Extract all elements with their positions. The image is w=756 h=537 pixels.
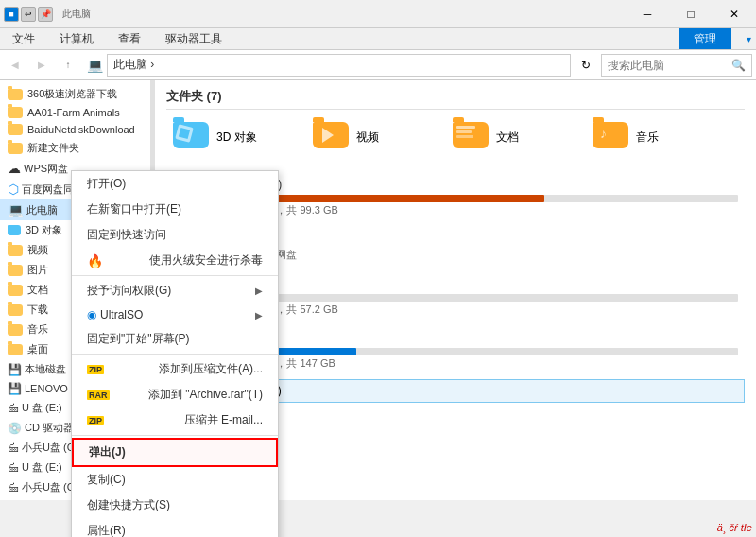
ctx-properties[interactable]: 属性(R)	[72, 518, 278, 537]
folder-music-img: ♪	[593, 122, 630, 152]
drive-g-name: 小兵U盘 (G:)	[215, 330, 738, 346]
ctx-grant-access[interactable]: 授予访问权限(G) ▶	[72, 278, 278, 303]
drive-e-name: U 盘 (E:)	[215, 276, 738, 292]
ctx-eject[interactable]: 弹出(J)	[72, 438, 278, 467]
folder-icon	[8, 344, 23, 355]
sidebar-label: 360极速浏览器下载	[27, 87, 117, 101]
folder-item-music[interactable]: ♪ 音乐	[586, 117, 718, 157]
ctx-create-shortcut[interactable]: 创建快捷方式(S)	[72, 493, 278, 518]
tab-drive-tools[interactable]: 驱动器工具	[153, 28, 234, 49]
sidebar-item-360[interactable]: 360极速浏览器下载	[0, 84, 150, 104]
ctx-pin-quick[interactable]: 固定到快速访问	[72, 222, 278, 248]
ctx-compress-email[interactable]: ZIP 压缩并 E-mail...	[72, 407, 278, 433]
cd-icon: 💿	[8, 422, 22, 435]
folder-icon	[8, 324, 23, 336]
folder-icon	[8, 285, 23, 296]
watermark-text: ä¸ čŕ tIe	[717, 522, 752, 533]
sidebar-label: 本地磁盘	[25, 362, 66, 376]
ctx-ultralso[interactable]: ◉ UltralSO ▶	[72, 303, 278, 326]
drive-g-size: 40.5 GB 可用，共 147 GB	[215, 356, 738, 371]
folder-3d-label: 3D 对象	[216, 130, 257, 146]
search-input[interactable]	[608, 59, 731, 72]
usb-icon: 🖮	[8, 461, 19, 475]
ctx-copy[interactable]: 复制(C)	[72, 467, 278, 493]
breadcrumb-icon: 💻	[87, 58, 103, 73]
ctx-antivirus[interactable]: 🔥 使用火绒安全进行杀毒	[72, 248, 278, 273]
ctx-open-label: 打开(O)	[87, 176, 126, 192]
folders-grid: 3D 对象 视频	[166, 117, 745, 157]
folder-icon	[8, 245, 23, 256]
sidebar-item-baidu-download[interactable]: BaiduNetdiskDownload	[0, 121, 150, 138]
sidebar-label: 桌面	[27, 342, 48, 356]
ribbon-expand-btn[interactable]: ▾	[741, 28, 756, 49]
sidebar-item-new-folder[interactable]: 新建文件夹	[0, 138, 150, 158]
ctx-sep-1	[72, 275, 278, 276]
ctx-pin-quick-label: 固定到快速访问	[87, 227, 166, 243]
folder-video-label: 视频	[356, 130, 379, 146]
sidebar-label: 文档	[27, 283, 48, 297]
titlebar: ■ ↩ 📌 此电脑 ─ □ ✕	[0, 0, 756, 28]
ctx-open[interactable]: 打开(O)	[72, 171, 278, 197]
ctx-compress[interactable]: ZIP 添加到压缩文件(A)...	[72, 356, 278, 382]
back-btn[interactable]: ◀	[4, 54, 26, 77]
up-btn[interactable]: ↑	[57, 54, 79, 77]
sidebar-item-farm[interactable]: AA01-Farm Animals	[0, 104, 150, 121]
drive-c-size: 36.9 GB 可用，共 99.3 GB	[215, 203, 738, 217]
folder-icon	[8, 107, 23, 118]
ctx-sep-2	[72, 354, 278, 355]
zip-email-icon: ZIP	[87, 416, 104, 425]
ribbon: 文件 计算机 查看 驱动器工具 管理 ▾	[0, 28, 756, 50]
folder-icon	[8, 143, 23, 154]
folder-music-label: 音乐	[636, 130, 659, 146]
ctx-compress-label: 添加到压缩文件(A)...	[159, 361, 263, 377]
refresh-btn[interactable]: ↻	[575, 54, 597, 77]
ribbon-tabs: 文件 计算机 查看 驱动器工具 管理 ▾	[0, 28, 756, 49]
ctx-pin-start-label: 固定到"开始"屏幕(P)	[87, 331, 190, 347]
folder-item-3d[interactable]: 3D 对象	[166, 117, 299, 157]
sidebar-label: 新建文件夹	[27, 141, 79, 155]
window-controls: ─ □ ✕	[626, 0, 756, 28]
addressbar: ◀ ▶ ↑ 💻 此电脑 › ↻ 🔍	[0, 50, 756, 80]
folder-icon	[8, 124, 23, 135]
folder-3d-icon	[8, 225, 21, 235]
drive-g-info: 小兵U盘 (G:) 40.5 GB 可用，共 147 GB	[215, 330, 738, 371]
tab-computer[interactable]: 计算机	[47, 28, 106, 49]
folder-item-doc[interactable]: 文档	[446, 117, 578, 157]
ctx-eject-label: 弹出(J)	[89, 444, 126, 460]
ctx-open-new-window-label: 在新窗口中打开(E)	[87, 201, 181, 217]
ultralso-icon: ◉	[87, 308, 96, 321]
search-box[interactable]: 🔍	[601, 54, 752, 77]
address-box[interactable]: 此电脑 ›	[107, 54, 571, 77]
tab-view[interactable]: 查看	[106, 28, 153, 49]
computer-icon: 💻	[8, 202, 24, 217]
ctx-open-new-window[interactable]: 在新窗口中打开(E)	[72, 197, 278, 222]
tab-manage[interactable]: 管理	[679, 28, 731, 49]
drive-e-bar-bg	[215, 294, 738, 302]
drive-c-info: 本地磁盘 (C:) 36.9 GB 可用，共 99.3 GB	[215, 177, 738, 217]
usb-icon: 🖮	[8, 442, 19, 455]
ctx-ultralso-label: UltralSO	[100, 308, 143, 321]
folder-item-video[interactable]: 视频	[306, 117, 438, 157]
drive-e-info: U 盘 (E:) 57.2 GB 可用，共 57.2 GB	[215, 276, 738, 317]
folder-video-img	[313, 122, 351, 152]
folder-3d-img	[173, 122, 211, 152]
ctx-compress-email-label: 压缩并 E-mail...	[184, 412, 263, 428]
ctx-arrow-icon: ▶	[255, 286, 263, 296]
close-btn[interactable]: ✕	[713, 0, 756, 28]
forward-btn[interactable]: ▶	[30, 54, 53, 77]
folders-label: 文件夹 (7)	[166, 89, 222, 103]
quick-access-btn[interactable]: ■	[4, 7, 19, 22]
minimize-btn[interactable]: ─	[626, 0, 669, 28]
undo-btn[interactable]: ↩	[21, 7, 36, 22]
tab-file[interactable]: 文件	[0, 28, 47, 49]
sidebar-label: U 盘 (E:)	[22, 460, 62, 475]
drive-g-bar-bg	[215, 348, 738, 355]
sidebar-label: AA01-Farm Animals	[27, 107, 120, 118]
ctx-compress-rar[interactable]: RAR 添加到 "Archive.rar"(T)	[72, 382, 278, 407]
ctx-pin-start[interactable]: 固定到"开始"屏幕(P)	[72, 326, 278, 352]
sidebar-label: 3D 对象	[26, 223, 62, 237]
maximize-btn[interactable]: □	[669, 0, 713, 28]
folder-doc-label: 文档	[496, 130, 519, 146]
drive-e-size: 57.2 GB 可用，共 57.2 GB	[215, 303, 738, 317]
pin-btn[interactable]: 📌	[38, 7, 53, 22]
